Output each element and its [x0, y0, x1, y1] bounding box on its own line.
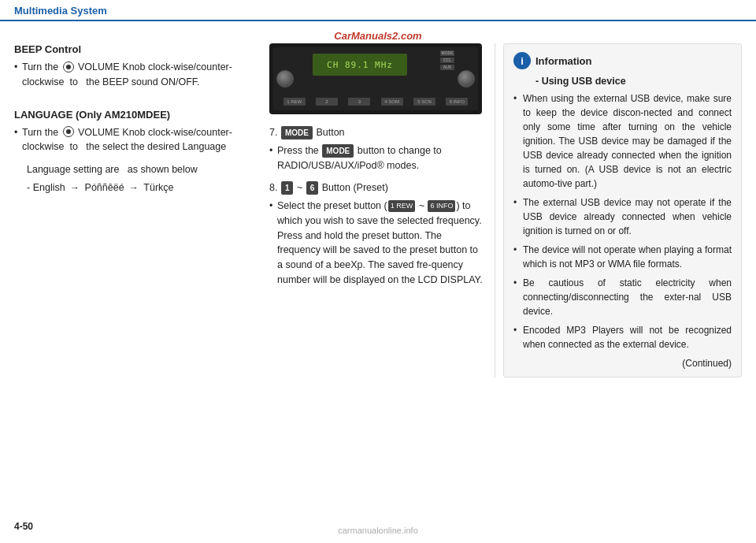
language-item: Turn the VOLUME Knob clock-wise/counter-… — [14, 125, 244, 155]
radio-side-btn-2: CCL — [440, 58, 454, 63]
arrow-icon2: → — [129, 180, 139, 195]
step-8-header: 8. 1 ~ 6 Button (Preset) — [269, 180, 484, 195]
step-7-item: Press the MODE button to change to RADIO… — [269, 143, 484, 173]
info-subtitle: - Using USB device — [536, 76, 732, 87]
preset-buttons-row: 1 REW 2 3 4 SOM 5 SCN 6 INFO — [273, 98, 478, 106]
language-indent1: Language setting are as shown below — [14, 162, 244, 177]
main-content: BEEP Control Turn the VOLUME Knob clock-… — [0, 21, 756, 392]
mode-badge: MODE — [281, 126, 313, 139]
radio-side-buttons: MODE CCL AUX — [440, 50, 454, 70]
info-box-header: i Information — [513, 52, 732, 69]
preset-btn-5: 5 SCN — [413, 98, 435, 106]
continued-label: (Continued) — [513, 358, 732, 369]
language-indent2: - English → Póññêëé → Türkçe — [14, 180, 244, 195]
language-list: Turn the VOLUME Knob clock-wise/counter-… — [14, 125, 244, 155]
info-bullet-3: The device will not operate when playing… — [513, 243, 732, 271]
right-knob — [458, 70, 475, 87]
badge-1-rew: 1 REW — [388, 200, 416, 213]
step-7: 7. MODE Button Press the MODE button to … — [269, 125, 484, 173]
badge-6-info: 6 INFO — [428, 200, 455, 213]
beep-control-list: Turn the VOLUME Knob clock-wise/counter-… — [14, 60, 244, 90]
arrow-icon1: → — [70, 180, 80, 195]
step-8-label: Button (Preset) — [322, 182, 388, 193]
step-7-number: 7. — [269, 127, 280, 138]
page-number: 4-50 — [14, 521, 33, 532]
step-8-tilde: ~ — [297, 182, 306, 193]
right-column: i Information - Using USB device When us… — [495, 43, 742, 377]
step-7-header: 7. MODE Button — [269, 125, 484, 140]
header-title: Multimedia System — [14, 5, 107, 17]
header-bar: Multimedia System — [0, 0, 756, 21]
preset-btn-2: 2 — [316, 98, 338, 106]
preset-btn-3: 3 — [348, 98, 370, 106]
info-bullet-1: When using the external USB device, make… — [513, 91, 732, 191]
info-title: Information — [536, 55, 592, 67]
info-box: i Information - Using USB device When us… — [503, 43, 742, 377]
volume-knob-icon2 — [63, 126, 74, 137]
preset-badge-1: 1 — [281, 181, 294, 195]
watermark: CarManuals2.com — [334, 30, 421, 42]
volume-knob-icon — [63, 61, 74, 73]
preset-btn-6: 6 INFO — [446, 98, 468, 106]
preset-btn-4: 4 SOM — [381, 98, 403, 106]
step-7-list: Press the MODE button to change to RADIO… — [269, 143, 484, 173]
radio-unit: CH 89.1 MHz MODE CCL AUX 1 REW 2 3 4 SOM… — [273, 47, 478, 110]
beep-control-header: BEEP Control — [14, 43, 244, 55]
preset-btn-1: 1 REW — [284, 98, 306, 106]
info-bullet-4: Be cautious of static electricity when c… — [513, 276, 732, 318]
preset-badge-6: 6 — [306, 181, 319, 195]
language-header: LANGUAGE (Only AM210MDEE) — [14, 109, 244, 121]
left-column: BEEP Control Turn the VOLUME Knob clock-… — [14, 43, 258, 377]
info-icon: i — [513, 52, 531, 69]
info-bullet-2: The external USB device may not operate … — [513, 195, 732, 238]
radio-display: CH 89.1 MHz — [313, 54, 407, 76]
left-knob — [276, 70, 294, 87]
middle-column: CH 89.1 MHz MODE CCL AUX 1 REW 2 3 4 SOM… — [258, 43, 495, 377]
step-8-list: Select the preset button (1 REW ~ 6 INFO… — [269, 199, 484, 288]
step-8-number: 8. — [269, 182, 280, 193]
step-8: 8. 1 ~ 6 Button (Preset) Select the pres… — [269, 180, 484, 287]
footer-watermark: carmanualonline.info — [338, 526, 418, 535]
step-8-item: Select the preset button (1 REW ~ 6 INFO… — [269, 199, 484, 288]
info-bullets-list: When using the external USB device, make… — [513, 91, 732, 351]
step-7-label: Button — [316, 127, 344, 138]
radio-image: CH 89.1 MHz MODE CCL AUX 1 REW 2 3 4 SOM… — [269, 43, 482, 114]
beep-control-item: Turn the VOLUME Knob clock-wise/counter-… — [14, 60, 244, 90]
mode-badge-inline: MODE — [322, 144, 354, 158]
radio-display-text: CH 89.1 MHz — [327, 60, 393, 70]
radio-side-btn-3: AUX — [440, 65, 454, 70]
info-bullet-5: Encoded MP3 Players will not be recogniz… — [513, 323, 732, 351]
radio-side-btn-1: MODE — [440, 50, 454, 56]
